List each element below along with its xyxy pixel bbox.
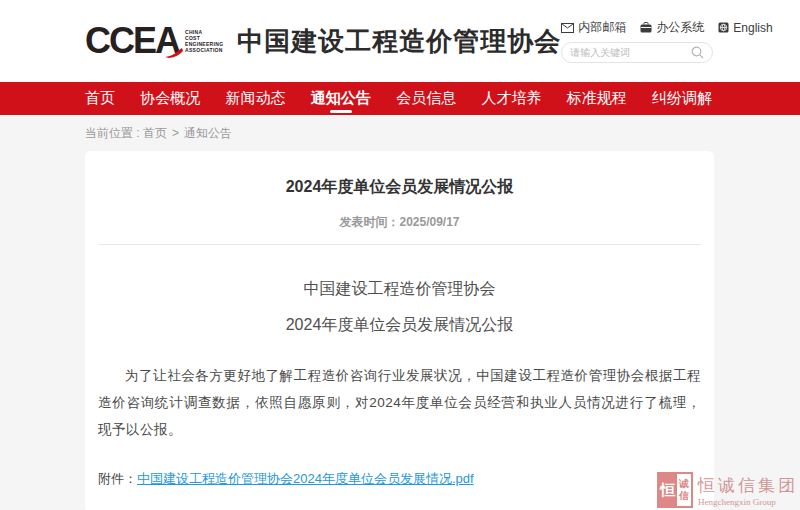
attachment-label: 附件：	[98, 471, 137, 486]
nav-item-standards[interactable]: 标准规程	[567, 82, 627, 115]
logo-subline: ASSOCIATION	[185, 47, 223, 53]
logo-red-swoosh-icon	[165, 48, 183, 58]
attachment-line: 附件：中国建设工程造价管理协会2024年度单位会员发展情况.pdf	[98, 470, 701, 488]
nav-item-members[interactable]: 会员信息	[396, 82, 456, 115]
breadcrumb: 当前位置 : 首页>通知公告	[0, 115, 800, 151]
nav-item-dispute[interactable]: 纠纷调解	[652, 82, 712, 115]
nav-item-about[interactable]: 协会概况	[140, 82, 200, 115]
nav-item-news[interactable]: 新闻动态	[226, 82, 286, 115]
main-nav-inner: 首页 协会概况 新闻动态 通知公告 会员信息 人才培养 标准规程 纠纷调解	[85, 82, 712, 115]
nav-item-home[interactable]: 首页	[85, 82, 115, 115]
ccea-logo[interactable]: CCEA CHINA COST ENGINEERING ASSOCIATION	[85, 23, 223, 59]
briefcase-icon	[640, 22, 652, 33]
english-link[interactable]: English	[718, 21, 772, 35]
article-paragraph: 为了让社会各方更好地了解工程造价咨询行业发展状况，中国建设工程造价管理协会根据工…	[98, 362, 701, 443]
main-nav: 首页 协会概况 新闻动态 通知公告 会员信息 人才培养 标准规程 纠纷调解	[0, 82, 800, 115]
search-box	[561, 42, 713, 63]
mail-icon	[561, 23, 574, 33]
publish-label: 发表时间：	[339, 215, 399, 229]
internal-mail-link[interactable]: 内部邮箱	[561, 19, 626, 36]
site-title: 中国建设工程造价管理协会	[237, 24, 561, 59]
office-system-label: 办公系统	[656, 19, 704, 36]
header-right: 内部邮箱 办公系统 English	[561, 19, 772, 63]
article-title: 2024年度单位会员发展情况公报	[98, 177, 701, 198]
search-icon[interactable]	[691, 46, 704, 59]
title-divider	[98, 244, 701, 245]
doc-heading-title: 2024年度单位会员发展情况公报	[98, 315, 701, 336]
quick-links: 内部邮箱 办公系统 English	[561, 19, 772, 36]
office-system-link[interactable]: 办公系统	[640, 19, 704, 36]
site-header: CCEA CHINA COST ENGINEERING ASSOCIATION …	[0, 0, 800, 82]
nav-item-training[interactable]: 人才培养	[481, 82, 541, 115]
logo-subtitle: CHINA COST ENGINEERING ASSOCIATION	[185, 29, 223, 53]
publish-line: 发表时间：2025/09/17	[98, 214, 701, 231]
doc-heading-org: 中国建设工程造价管理协会	[98, 279, 701, 300]
breadcrumb-separator: >	[172, 126, 179, 140]
nav-item-notices[interactable]: 通知公告	[311, 82, 371, 115]
globe-icon	[718, 22, 729, 33]
article-card: 2024年度单位会员发展情况公报 发表时间：2025/09/17 中国建设工程造…	[85, 151, 714, 510]
search-input[interactable]	[570, 47, 691, 58]
logo-acronym: CCEA	[85, 23, 179, 59]
breadcrumb-prefix: 当前位置 :	[85, 126, 143, 140]
english-label: English	[733, 21, 772, 35]
attachment-pdf-link[interactable]: 中国建设工程造价管理协会2024年度单位会员发展情况.pdf	[137, 471, 474, 486]
breadcrumb-home-link[interactable]: 首页	[143, 126, 167, 140]
internal-mail-label: 内部邮箱	[578, 19, 626, 36]
publish-time: 2025/09/17	[399, 215, 459, 229]
breadcrumb-current-link[interactable]: 通知公告	[184, 126, 232, 140]
